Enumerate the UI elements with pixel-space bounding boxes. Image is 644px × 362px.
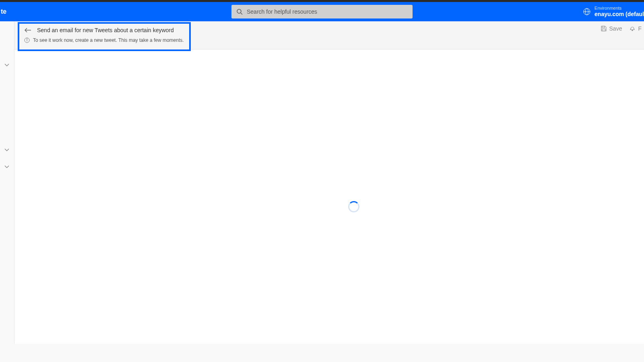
flow-checker-button[interactable]: F [629, 25, 642, 32]
spinner-circle [348, 201, 359, 212]
search-box[interactable] [231, 5, 413, 19]
chevron-down-icon[interactable] [4, 148, 10, 152]
flow-checker-icon [629, 25, 636, 32]
globe-icon [583, 8, 590, 15]
app-header: te Environments enayu.com (defaul [0, 2, 644, 21]
environment-text: Environments enayu.com (defaul [594, 6, 644, 18]
title-row: Send an email for new Tweets about a cer… [24, 27, 184, 33]
environment-picker[interactable]: Environments enayu.com (defaul [583, 2, 644, 21]
save-icon [601, 25, 607, 32]
flow-title[interactable]: Send an email for new Tweets about a cer… [37, 27, 174, 33]
chevron-down-icon[interactable] [4, 63, 10, 67]
svg-point-8 [630, 29, 631, 30]
environment-value: enayu.com (defaul [594, 11, 644, 18]
bottom-frame [0, 344, 644, 362]
canvas-area [14, 49, 644, 362]
app-name-fragment: te [0, 8, 6, 15]
left-rail [0, 21, 14, 362]
svg-rect-5 [602, 26, 605, 28]
svg-rect-6 [602, 29, 605, 31]
back-arrow-icon[interactable] [24, 27, 31, 33]
chevron-down-icon[interactable] [4, 165, 10, 169]
environment-label: Environments [594, 6, 644, 11]
search-icon [236, 8, 243, 15]
svg-point-13 [27, 39, 27, 39]
info-row: To see it work now, create a new tweet. … [24, 37, 184, 43]
flow-checker-label: F [638, 25, 642, 32]
info-icon [24, 37, 30, 43]
info-text: To see it work now, create a new tweet. … [33, 37, 184, 43]
svg-point-0 [237, 9, 241, 13]
save-button[interactable]: Save [601, 25, 622, 32]
loading-spinner [348, 201, 359, 212]
save-label: Save [609, 25, 622, 32]
toolbar: Save F [601, 21, 644, 35]
flow-title-block: Send an email for new Tweets about a cer… [18, 22, 191, 51]
svg-point-7 [632, 29, 633, 31]
svg-line-1 [241, 13, 242, 14]
svg-point-9 [634, 29, 634, 30]
search-input[interactable] [247, 8, 408, 15]
